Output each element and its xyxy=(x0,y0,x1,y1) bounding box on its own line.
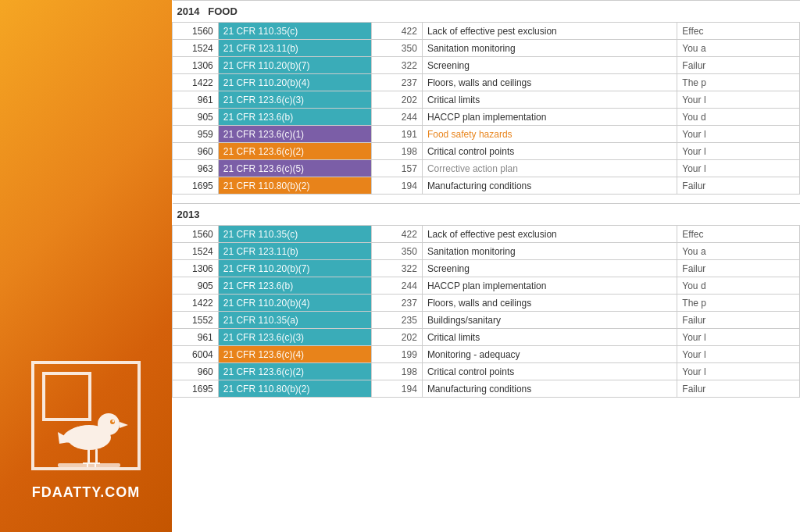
description: Manufacturing conditions xyxy=(422,177,677,195)
count: 322 xyxy=(371,260,422,277)
data-table: 2014 FOOD 1560 21 CFR 110.35(c) 422 Lack… xyxy=(172,0,800,398)
cfr-code: 21 CFR 123.6(c)(5) xyxy=(218,160,371,177)
count: 198 xyxy=(371,143,422,160)
count: 202 xyxy=(371,91,422,109)
description: Screening xyxy=(422,57,677,74)
count: 422 xyxy=(371,226,422,243)
snippet: Your l xyxy=(677,329,800,346)
description: Sanitation monitoring xyxy=(422,40,677,57)
table-row: 905 21 CFR 123.6(b) 244 HACCP plan imple… xyxy=(173,277,800,295)
snippet: Your l xyxy=(677,91,800,109)
table-row: 1422 21 CFR 110.20(b)(4) 237 Floors, wal… xyxy=(173,295,800,312)
snippet: Failur xyxy=(677,177,800,195)
cfr-code: 21 CFR 110.35(c) xyxy=(218,226,371,243)
cfr-code: 21 CFR 110.35(a) xyxy=(218,312,371,329)
bird-icon xyxy=(34,381,136,467)
svg-marker-2 xyxy=(120,422,128,428)
snippet: You a xyxy=(677,243,800,260)
snippet: You d xyxy=(677,277,800,295)
row-num: 1524 xyxy=(173,243,219,260)
svg-point-12 xyxy=(112,420,115,423)
count: 194 xyxy=(371,177,422,195)
count: 235 xyxy=(371,312,422,329)
snippet: Your l xyxy=(677,363,800,380)
year-2014: 2014 xyxy=(177,5,200,17)
cfr-code: 21 CFR 110.20(b)(4) xyxy=(218,74,371,91)
snippet: The p xyxy=(677,74,800,91)
count: 199 xyxy=(371,346,422,363)
table-row: 1422 21 CFR 110.20(b)(4) 237 Floors, wal… xyxy=(173,74,800,91)
description: Manufacturing conditions xyxy=(422,380,677,398)
svg-rect-13 xyxy=(58,463,120,467)
description: Critical limits xyxy=(422,91,677,109)
description: Critical control points xyxy=(422,143,677,160)
year-2013: 2013 xyxy=(177,209,200,220)
snippet: Your l xyxy=(677,160,800,177)
snippet: Effec xyxy=(677,23,800,40)
description: Food safety hazards xyxy=(422,126,677,143)
table-row: 905 21 CFR 123.6(b) 244 HACCP plan imple… xyxy=(173,109,800,126)
row-num: 961 xyxy=(173,329,219,346)
description: Critical control points xyxy=(422,363,677,380)
snippet: Failur xyxy=(677,312,800,329)
cfr-code: 21 CFR 123.11(b) xyxy=(218,40,371,57)
cfr-code: 21 CFR 123.11(b) xyxy=(218,243,371,260)
table-row: 1695 21 CFR 110.80(b)(2) 194 Manufacturi… xyxy=(173,177,800,195)
category-2014: FOOD xyxy=(208,5,238,17)
spacer-row xyxy=(173,195,800,204)
row-num: 1422 xyxy=(173,74,219,91)
row-num: 1695 xyxy=(173,380,219,398)
count: 244 xyxy=(371,109,422,126)
row-num: 963 xyxy=(173,160,219,177)
row-num: 1695 xyxy=(173,177,219,195)
logo-frame xyxy=(31,361,141,470)
table-row: 963 21 CFR 123.6(c)(5) 157 Corrective ac… xyxy=(173,160,800,177)
cfr-code: 21 CFR 123.6(c)(4) xyxy=(218,346,371,363)
site-title: FDAATTY.COM xyxy=(32,484,141,501)
count: 322 xyxy=(371,57,422,74)
table-row: 961 21 CFR 123.6(c)(3) 202 Critical limi… xyxy=(173,329,800,346)
count: 202 xyxy=(371,329,422,346)
cfr-code: 21 CFR 123.6(c)(1) xyxy=(218,126,371,143)
cfr-code: 21 CFR 110.80(b)(2) xyxy=(218,380,371,398)
count: 237 xyxy=(371,295,422,312)
main-content: 2014 FOOD 1560 21 CFR 110.35(c) 422 Lack… xyxy=(172,0,800,532)
description: Critical limits xyxy=(422,329,677,346)
cfr-code: 21 CFR 123.6(b) xyxy=(218,109,371,126)
section-header-2014: 2014 FOOD xyxy=(173,1,800,23)
count: 194 xyxy=(371,380,422,398)
description: Floors, walls and ceilings xyxy=(422,295,677,312)
row-num: 960 xyxy=(173,143,219,160)
cfr-code: 21 CFR 110.80(b)(2) xyxy=(218,177,371,195)
row-num: 1422 xyxy=(173,295,219,312)
snippet: You a xyxy=(677,40,800,57)
table-row: 1306 21 CFR 110.20(b)(7) 322 Screening F… xyxy=(173,57,800,74)
count: 191 xyxy=(371,126,422,143)
cfr-code: 21 CFR 110.35(c) xyxy=(218,23,371,40)
snippet: Effec xyxy=(677,226,800,243)
description: Buildings/sanitary xyxy=(422,312,677,329)
sidebar: FDAATTY.COM xyxy=(0,0,172,532)
table-row: 959 21 CFR 123.6(c)(1) 191 Food safety h… xyxy=(173,126,800,143)
snippet: Your l xyxy=(677,346,800,363)
row-num: 1560 xyxy=(173,226,219,243)
cfr-code: 21 CFR 110.20(b)(7) xyxy=(218,260,371,277)
row-num: 961 xyxy=(173,91,219,109)
cfr-code: 21 CFR 123.6(c)(2) xyxy=(218,143,371,160)
description: Sanitation monitoring xyxy=(422,243,677,260)
logo-area: FDAATTY.COM xyxy=(0,361,172,516)
section-header-2013: 2013 xyxy=(173,204,800,226)
description: Lack of effective pest exclusion xyxy=(422,226,677,243)
svg-rect-5 xyxy=(88,449,90,463)
cfr-code: 21 CFR 123.6(c)(3) xyxy=(218,91,371,109)
cfr-code: 21 CFR 123.6(b) xyxy=(218,277,371,295)
description: Monitoring - adequacy xyxy=(422,346,677,363)
snippet: Failur xyxy=(677,260,800,277)
cfr-code: 21 CFR 110.20(b)(4) xyxy=(218,295,371,312)
row-num: 905 xyxy=(173,277,219,295)
table-row: 1695 21 CFR 110.80(b)(2) 194 Manufacturi… xyxy=(173,380,800,398)
table-row: 961 21 CFR 123.6(c)(3) 202 Critical limi… xyxy=(173,91,800,109)
count: 157 xyxy=(371,160,422,177)
count: 237 xyxy=(371,74,422,91)
row-num: 905 xyxy=(173,109,219,126)
